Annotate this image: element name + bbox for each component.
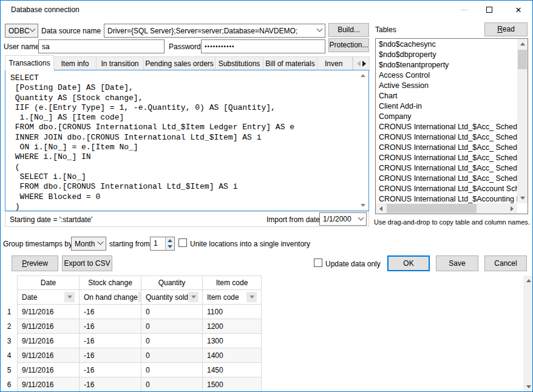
list-item[interactable]: $ndo$cachesync bbox=[376, 39, 517, 50]
stepper-up-icon[interactable] bbox=[168, 239, 172, 242]
scroll-up-icon[interactable] bbox=[361, 74, 365, 77]
row-number: 5 bbox=[1, 363, 18, 377]
grid-column-header: Item code bbox=[203, 290, 262, 305]
build-button[interactable]: Build... bbox=[328, 23, 369, 37]
scrollbar-thumb[interactable] bbox=[387, 204, 477, 213]
password-label: Password bbox=[169, 42, 201, 51]
list-item[interactable]: CRONUS International Ltd_$Account Schedu bbox=[376, 184, 517, 194]
password-input[interactable]: ••••••••••• bbox=[201, 39, 325, 53]
list-item[interactable]: Access Control bbox=[376, 70, 517, 81]
list-item[interactable]: $ndo$tenantproperty bbox=[376, 60, 517, 70]
list-item[interactable]: Active Session bbox=[376, 81, 517, 91]
dsn-input[interactable]: Driver={SQL Server};Server=server;Databa… bbox=[104, 24, 325, 38]
list-item[interactable]: CRONUS International Ltd_$Acc_ Sched_ KP… bbox=[376, 153, 517, 163]
tab-pending-sales-orders[interactable]: Pending sales orders bbox=[144, 56, 216, 70]
tab-item-info[interactable]: Item info bbox=[54, 56, 97, 70]
scroll-up-icon[interactable] bbox=[517, 39, 528, 49]
tab-scroll-right-icon[interactable] bbox=[362, 61, 366, 67]
grid-column-header: Quantity sold bbox=[141, 290, 203, 305]
grid-vertical-scrollbar[interactable] bbox=[523, 275, 533, 392]
list-item[interactable]: CRONUS International Ltd_$Acc_ Sched_ Ce… bbox=[376, 122, 517, 132]
grid-group-header: Quantity bbox=[141, 275, 203, 290]
username-label: User name bbox=[4, 42, 39, 51]
table-row: 5 9/11/2016 -16 0 1450 bbox=[1, 363, 262, 377]
database-connection-dialog: Database connection ✕ ODBC Data source n… bbox=[0, 0, 533, 392]
stepper-buttons[interactable] bbox=[165, 237, 174, 250]
cell-stock-change: -16 bbox=[80, 377, 141, 392]
import-from-date-value: 1/1/2000 bbox=[323, 215, 351, 223]
chevron-down-icon bbox=[358, 214, 364, 220]
save-button[interactable]: Save bbox=[436, 255, 478, 271]
scroll-down-icon[interactable] bbox=[361, 204, 365, 207]
cell-date: 9/11/2016 bbox=[18, 334, 80, 348]
filter-dropdown-icon bbox=[67, 296, 72, 299]
cell-stock-change: -16 bbox=[80, 334, 141, 348]
tab-substitutions[interactable]: Substitutions bbox=[216, 56, 263, 70]
scroll-up-icon[interactable] bbox=[523, 275, 533, 286]
chevron-down-icon bbox=[317, 26, 323, 32]
list-item[interactable]: Chart bbox=[376, 91, 517, 101]
chevron-down-icon bbox=[98, 239, 104, 245]
maximize-button[interactable] bbox=[481, 4, 497, 15]
protection-button[interactable]: Protection... bbox=[328, 38, 369, 52]
update-data-only-checkbox[interactable] bbox=[314, 259, 322, 267]
scrollbar-thumb[interactable] bbox=[518, 50, 527, 69]
filter-button[interactable] bbox=[64, 292, 75, 302]
list-item[interactable]: Client Add-in bbox=[376, 101, 517, 112]
starting-from-label: starting from bbox=[109, 240, 150, 248]
import-from-date-select[interactable]: 1/1/2000 bbox=[319, 212, 367, 226]
filter-button[interactable] bbox=[246, 292, 257, 302]
starting-from-stepper[interactable]: 1 bbox=[150, 237, 175, 251]
cell-quantity: 0 bbox=[141, 305, 203, 319]
tables-list[interactable]: $ndo$cachesync $ndo$dbproperty $ndo$tena… bbox=[375, 38, 528, 214]
list-item[interactable]: CRONUS International Ltd_$Acc_ Schedule … bbox=[376, 174, 517, 184]
list-item[interactable]: CRONUS International Ltd_$Acc_ Sched_ Ch bbox=[376, 132, 517, 143]
cancel-button[interactable]: Cancel bbox=[484, 255, 527, 271]
unite-locations-checkbox[interactable] bbox=[178, 238, 187, 247]
scroll-down-icon[interactable] bbox=[517, 193, 528, 203]
list-item[interactable]: Company bbox=[376, 112, 517, 122]
tab-in-transition[interactable]: In transition bbox=[97, 56, 144, 70]
starting-date-strip: Starting date = ':startdate' Import from… bbox=[5, 211, 369, 227]
cell-quantity: 0 bbox=[141, 363, 203, 377]
list-item[interactable]: CRONUS International Ltd_$Acc_ Schedule … bbox=[376, 163, 517, 174]
sql-query-editor[interactable]: SELECT [Posting Date] AS [Date], Quantit… bbox=[5, 70, 369, 211]
tables-horizontal-scrollbar[interactable] bbox=[376, 203, 517, 214]
scroll-down-icon[interactable] bbox=[523, 382, 533, 392]
tab-inventory[interactable]: Inven bbox=[317, 56, 353, 70]
stepper-down-icon[interactable] bbox=[168, 245, 172, 248]
tables-vertical-scrollbar[interactable] bbox=[517, 39, 528, 203]
update-data-only-label: Update data only bbox=[325, 260, 381, 268]
close-button[interactable]: ✕ bbox=[511, 4, 526, 15]
username-input[interactable]: sa bbox=[38, 39, 165, 53]
row-number: 2 bbox=[1, 319, 18, 334]
grid-column-header: Date bbox=[18, 290, 80, 305]
username-value: sa bbox=[42, 42, 50, 51]
scroll-right-icon[interactable] bbox=[507, 203, 517, 214]
cell-item-code: 1200 bbox=[203, 319, 262, 334]
sql-vertical-scrollbar[interactable] bbox=[359, 71, 368, 210]
export-csv-button[interactable]: Export to CSV bbox=[62, 255, 112, 271]
tab-bill-of-materials[interactable]: Bill of materials bbox=[263, 56, 317, 70]
row-number: 1 bbox=[1, 305, 18, 319]
cell-item-code: 1500 bbox=[203, 377, 262, 392]
scroll-left-icon[interactable] bbox=[376, 203, 386, 214]
preview-button[interactable]: Preview bbox=[12, 255, 58, 271]
ok-button[interactable]: OK bbox=[387, 255, 430, 271]
table-row: 1 9/11/2016 -16 0 1100 bbox=[1, 305, 262, 319]
list-item[interactable]: CRONUS International Ltd_$Accounting Per… bbox=[376, 194, 517, 203]
read-button[interactable]: Read bbox=[484, 22, 528, 36]
table-row: 2 9/11/2016 -16 0 1200 bbox=[1, 319, 262, 334]
tab-transactions[interactable]: Transactions bbox=[5, 55, 54, 70]
title-bar[interactable]: Database connection ✕ bbox=[1, 1, 532, 19]
driver-type-select[interactable]: ODBC bbox=[5, 24, 38, 38]
import-from-date-label: Import from date bbox=[266, 215, 320, 224]
group-timestamps-select[interactable]: Month bbox=[71, 237, 106, 251]
drag-drop-hint: Use drag-and-drop to copy table and colu… bbox=[374, 218, 530, 226]
tab-scroll-arrows bbox=[353, 56, 370, 70]
cell-item-code: 1100 bbox=[203, 305, 262, 319]
filter-button[interactable] bbox=[188, 292, 199, 302]
table-row: 4 9/11/2016 -16 0 1400 bbox=[1, 348, 262, 363]
list-item[interactable]: $ndo$dbproperty bbox=[376, 50, 517, 60]
list-item[interactable]: CRONUS International Ltd_$Acc_ Sched_ KP… bbox=[376, 143, 517, 153]
